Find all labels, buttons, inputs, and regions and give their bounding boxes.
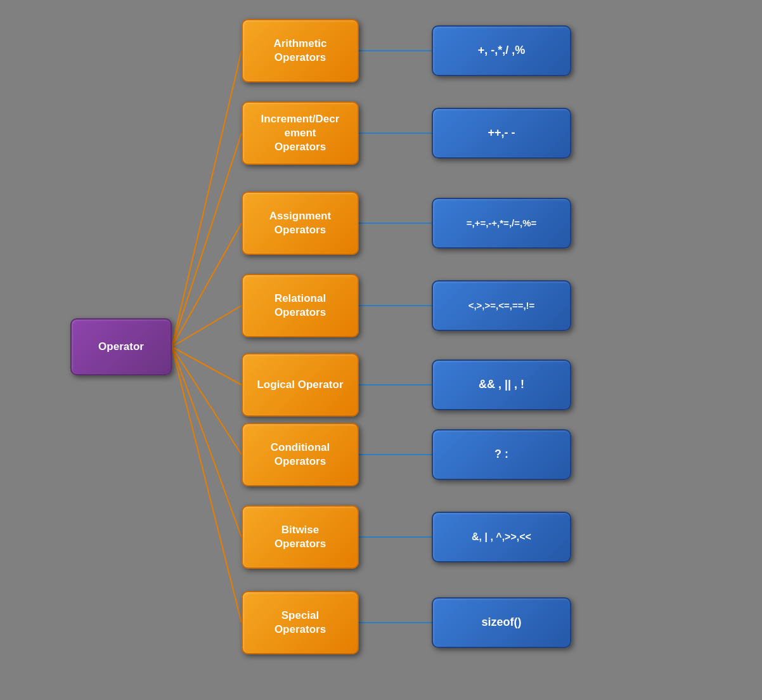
- increment-node: Increment/DecrementOperators: [242, 101, 359, 165]
- assignment-symbol: =,+=,-+,*=,/=,%=: [432, 198, 571, 249]
- arithmetic-node: ArithmeticOperators: [242, 19, 359, 82]
- relational-node: RelationalOperators: [242, 274, 359, 337]
- increment-label: Increment/DecrementOperators: [261, 112, 340, 154]
- bitwise-node: BitwiseOperators: [242, 505, 359, 569]
- special-label: SpecialOperators: [274, 609, 326, 637]
- relational-symbol-label: <,>,>=,<=,==,!=: [468, 299, 535, 312]
- special-symbol: sizeof(): [432, 597, 571, 648]
- conditional-symbol: ? :: [432, 429, 571, 480]
- assignment-label: AssignmentOperators: [269, 209, 331, 237]
- svg-line-0: [172, 51, 242, 347]
- svg-line-5: [172, 347, 242, 455]
- logical-symbol: && , || , !: [432, 360, 571, 410]
- svg-line-4: [172, 347, 242, 385]
- assignment-node: AssignmentOperators: [242, 191, 359, 255]
- special-symbol-label: sizeof(): [482, 615, 522, 630]
- bitwise-symbol: &, | , ^,>>,<<: [432, 512, 571, 562]
- conditional-label: ConditionalOperators: [271, 441, 330, 469]
- svg-line-2: [172, 223, 242, 347]
- conditional-node: ConditionalOperators: [242, 423, 359, 486]
- increment-symbol: ++,- -: [432, 108, 571, 159]
- svg-line-6: [172, 347, 242, 537]
- root-node: Operator: [70, 318, 172, 375]
- relational-symbol: <,>,>=,<=,==,!=: [432, 280, 571, 331]
- logical-label: Logical Operator: [257, 378, 343, 392]
- arithmetic-symbol-label: +, -,*,/ ,%: [478, 43, 526, 58]
- svg-line-3: [172, 306, 242, 347]
- relational-label: RelationalOperators: [274, 292, 326, 320]
- logical-symbol-label: && , || , !: [479, 377, 524, 392]
- root-label: Operator: [98, 340, 144, 354]
- svg-line-7: [172, 347, 242, 623]
- arithmetic-symbol: +, -,*,/ ,%: [432, 25, 571, 76]
- logical-node: Logical Operator: [242, 353, 359, 417]
- operator-diagram: Operator ArithmeticOperators +, -,*,/ ,%…: [32, 8, 730, 692]
- assignment-symbol-label: =,+=,-+,*=,/=,%=: [467, 217, 537, 230]
- svg-line-1: [172, 133, 242, 347]
- bitwise-label: BitwiseOperators: [274, 523, 326, 551]
- special-node: SpecialOperators: [242, 591, 359, 654]
- bitwise-symbol-label: &, | , ^,>>,<<: [472, 531, 531, 544]
- increment-symbol-label: ++,- -: [488, 126, 515, 140]
- conditional-symbol-label: ? :: [494, 447, 508, 462]
- arithmetic-label: ArithmeticOperators: [273, 37, 326, 65]
